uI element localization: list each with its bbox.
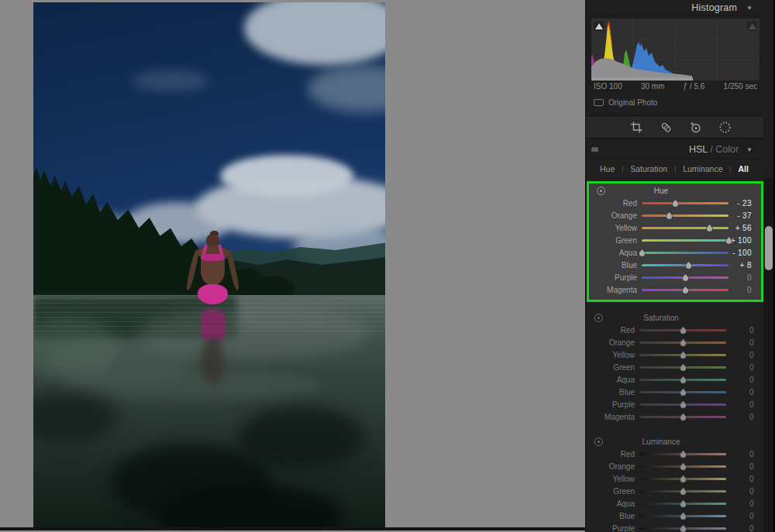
slider[interactable] [642,211,728,220]
slider-thumb[interactable] [679,388,687,396]
slider[interactable] [639,486,726,496]
slider-track[interactable] [642,227,728,229]
reflection-pink [201,310,226,341]
slider-thumb[interactable] [681,286,690,294]
slider[interactable] [639,523,726,532]
slider[interactable] [639,387,726,396]
hue-section: Hue Red - 23 Orange [587,181,763,302]
slider-track[interactable] [642,239,728,242]
slider-value: + 100 [728,236,761,245]
section-title: Luminance [587,438,735,446]
histogram-graph[interactable] [591,19,760,81]
slider[interactable] [639,325,726,335]
slider[interactable] [639,449,726,458]
aperture-value: ƒ / 5.6 [684,82,705,91]
slider-thumb[interactable] [679,450,687,458]
highlight-clipping-toggle[interactable] [747,21,757,31]
panel-switch-icon[interactable] [591,147,598,152]
tab-hue[interactable]: Hue [600,164,615,173]
histogram-svg [591,19,760,81]
photo-person [188,232,238,317]
slider[interactable] [642,223,728,232]
lightroom-window: Histogram ▼ [0,0,775,532]
slider-value: 0 [726,351,763,359]
slider-thumb[interactable] [705,224,714,232]
slider-thumb[interactable] [679,338,687,347]
tab-separator: | [729,165,731,173]
slider-color-label: Green [587,487,635,496]
slider-value: - 23 [728,199,761,208]
hsl-slider-row: Red 0 [587,324,763,336]
section-title: Saturation [587,314,735,322]
slider-track[interactable] [642,202,728,204]
slider-thumb[interactable] [679,475,687,483]
crop-tool-button[interactable] [630,121,643,134]
photo-preview[interactable] [33,2,385,527]
slider-track[interactable] [642,215,728,217]
slider[interactable] [642,248,728,257]
slider-thumb[interactable] [679,462,687,471]
slider-color-label: Blue [589,261,637,269]
slider-thumb[interactable] [671,199,680,208]
slider[interactable] [639,400,726,409]
collapse-triangle-icon[interactable]: ▼ [746,5,753,12]
hsl-slider-row: Green 0 [587,361,763,373]
slider[interactable] [642,285,728,294]
hsl-panel-header[interactable]: HSL / Color ▼ [586,140,763,160]
slider[interactable] [639,474,726,483]
collapse-triangle-icon[interactable]: ▼ [746,146,753,153]
hsl-slider-row: Magenta 0 [587,410,763,423]
slider-value: 0 [726,338,763,347]
slider[interactable] [642,235,728,245]
slider-track[interactable] [642,252,728,254]
slider[interactable] [639,499,726,508]
slider-thumb[interactable] [679,487,687,496]
tab-all[interactable]: All [739,164,749,173]
slider[interactable] [639,511,726,520]
slider-thumb[interactable] [638,249,646,257]
section-heading-row: Saturation [587,311,763,324]
red-eye-tool-button[interactable] [689,121,702,134]
slider-thumb[interactable] [665,211,673,220]
photo-person-reflection [189,310,236,383]
bikini-top [201,254,226,261]
hsl-slider-row: Purple 0 [587,398,763,410]
slider-thumb[interactable] [679,351,687,359]
spot-removal-tool-button[interactable] [660,121,673,134]
slider-color-label: Blue [587,512,635,520]
slider[interactable] [639,462,726,471]
person-head [206,234,219,246]
hsl-slider-row: Green + 100 [589,234,761,246]
slider[interactable] [639,338,726,347]
slider-thumb[interactable] [679,524,687,532]
slider[interactable] [639,412,726,421]
slider-thumb[interactable] [679,363,687,372]
slider-thumb[interactable] [679,326,687,335]
slider[interactable] [642,273,728,282]
shadow-clipping-toggle[interactable] [594,21,604,31]
slider-thumb[interactable] [679,376,687,384]
original-photo-checkbox[interactable] [594,99,604,106]
hsl-slider-row: Yellow 0 [587,348,763,361]
tab-luminance[interactable]: Luminance [683,164,722,173]
slider-thumb[interactable] [679,512,687,520]
radial-filter-tool-button[interactable] [718,121,732,134]
slider[interactable] [639,375,726,384]
panel-scrollbar-thumb[interactable] [765,226,773,270]
slider[interactable] [639,362,726,372]
slider-thumb[interactable] [681,273,690,282]
original-photo-row[interactable]: Original Photo [594,98,657,107]
tab-saturation[interactable]: Saturation [630,164,667,173]
slider[interactable] [642,198,728,208]
slider-thumb[interactable] [679,400,687,409]
slider-value: 0 [726,524,763,532]
slider-value: 0 [726,413,763,421]
slider[interactable] [642,260,728,269]
slider[interactable] [639,350,726,359]
slider-thumb[interactable] [684,261,693,269]
histogram-panel-header[interactable]: Histogram ▼ [586,0,763,16]
slider-thumb[interactable] [679,499,687,508]
slider-thumb[interactable] [679,413,687,421]
slider-value: 0 [726,499,763,508]
slider-thumb[interactable] [725,236,733,245]
